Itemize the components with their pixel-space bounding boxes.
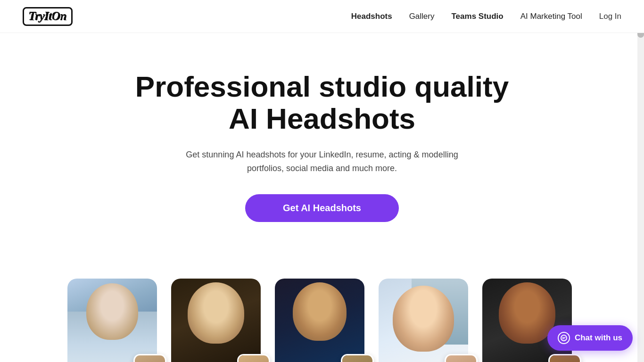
nav-teams-studio[interactable]: Teams Studio <box>452 12 504 21</box>
chat-widget[interactable]: Chat with us <box>547 325 633 351</box>
nav-gallery[interactable]: Gallery <box>409 12 435 21</box>
nav-ai-marketing[interactable]: AI Marketing Tool <box>520 12 582 21</box>
person-photo-matteo <box>275 279 369 362</box>
photo-ana <box>379 279 468 362</box>
photo-adriana <box>67 279 157 362</box>
chat-label: Chat with us <box>575 333 622 343</box>
logo-text: TryItOn <box>23 7 73 26</box>
thumb-adriana <box>133 354 166 362</box>
hero-subtext: Get stunning AI headshots for your Linke… <box>171 148 473 175</box>
person-photo-adriana <box>67 279 162 362</box>
person-card-ana: Ana Luisa HR Advisor, JAL <box>374 279 478 362</box>
person-card-adriana: Adriana L ounder, Try it on AI <box>63 279 166 362</box>
chat-icon <box>558 332 570 344</box>
navbar: TryItOn Headshots Gallery Teams Studio A… <box>0 0 644 33</box>
photo-matteo <box>275 279 364 362</box>
get-ai-headshots-button[interactable]: Get AI Headshots <box>245 194 399 222</box>
svg-point-0 <box>561 335 567 341</box>
thumb-fifth <box>548 354 581 362</box>
scrollbar[interactable] <box>637 0 644 362</box>
nav-login[interactable]: Log In <box>599 12 621 21</box>
person-card-matteo: Matteo C Advertising Director, Ink Globa… <box>270 279 374 362</box>
hero-section: Professional studio quality AI Headshots… <box>0 33 644 250</box>
thumb-nathan <box>237 354 270 362</box>
person-card-nathan: Nathan L CoFounder, Try it on AI <box>166 279 270 362</box>
hero-heading: Professional studio quality AI Headshots <box>133 71 511 135</box>
gallery-strip: Adriana L ounder, Try it on AI Nathan L … <box>0 279 644 362</box>
nav-links: Headshots Gallery Teams Studio AI Market… <box>351 12 621 21</box>
logo[interactable]: TryItOn <box>23 7 73 26</box>
photo-nathan <box>171 279 261 362</box>
thumb-ana <box>445 354 478 362</box>
person-photo-nathan <box>171 279 265 362</box>
nav-headshots[interactable]: Headshots <box>351 12 392 21</box>
thumb-matteo <box>341 354 374 362</box>
person-photo-ana <box>379 279 473 362</box>
